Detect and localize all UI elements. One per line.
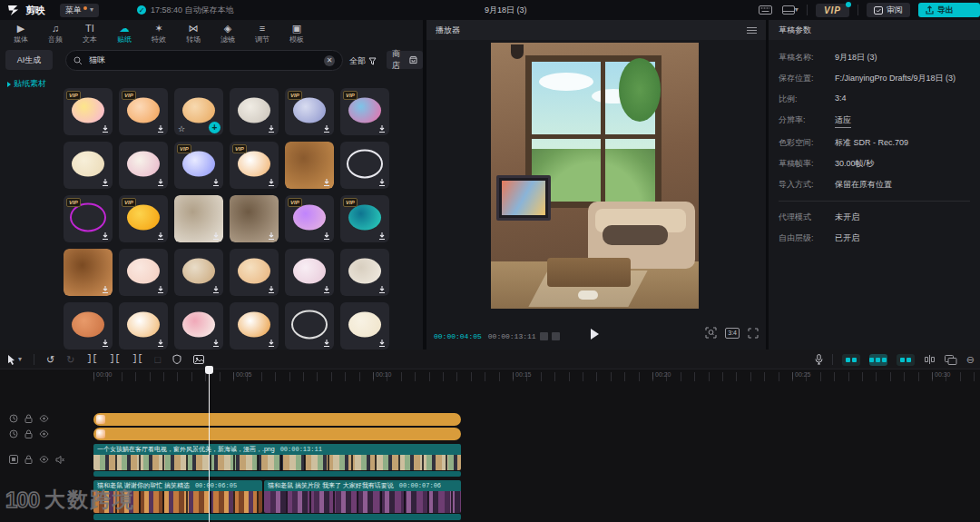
sticker-item[interactable]: ☆+: [174, 88, 223, 135]
sidebar-item-sticker-material[interactable]: 贴纸素材: [7, 78, 46, 90]
download-icon[interactable]: [267, 231, 276, 241]
mirror-preview-icon[interactable]: [552, 332, 560, 340]
toolbar-tab-text[interactable]: TI文本: [73, 23, 107, 44]
preview-axis-icon[interactable]: [924, 354, 936, 365]
linkage-toggle[interactable]: [897, 354, 915, 366]
toggle-visibility-icon[interactable]: [39, 430, 49, 438]
download-icon[interactable]: [101, 285, 110, 294]
preview-image[interactable]: [491, 43, 699, 309]
sticker-item[interactable]: VIP: [119, 195, 168, 242]
favorite-star-icon[interactable]: ☆: [178, 124, 185, 133]
split-button[interactable]: ][: [86, 354, 97, 365]
sticker-item[interactable]: VIP: [64, 88, 113, 135]
timeline-fit-icon[interactable]: [945, 355, 957, 365]
download-icon[interactable]: [211, 285, 220, 294]
download-icon[interactable]: [267, 178, 276, 187]
vip-button[interactable]: VIP: [816, 4, 849, 17]
sticker-item[interactable]: [285, 249, 334, 296]
overlay-clip-2[interactable]: 猫和老鼠 搞笑片段 我来了 大家好我有话要说 00:00:07:06: [264, 480, 461, 513]
sticker-item[interactable]: [285, 302, 334, 350]
record-voiceover-icon[interactable]: [815, 354, 823, 365]
download-icon[interactable]: [267, 339, 276, 348]
main-track-magnet-toggle[interactable]: [842, 354, 860, 366]
download-icon[interactable]: [101, 231, 110, 241]
delete-button[interactable]: □: [155, 354, 162, 365]
download-icon[interactable]: [377, 339, 387, 348]
download-icon[interactable]: [156, 178, 165, 187]
split-left-button[interactable]: ][: [109, 354, 120, 365]
fullscreen-icon[interactable]: [748, 328, 759, 339]
download-icon[interactable]: [322, 231, 331, 241]
sticker-item[interactable]: [230, 88, 279, 135]
render-quality-icon[interactable]: [705, 327, 717, 339]
toolbar-tab-media[interactable]: ▶媒体: [4, 23, 38, 44]
download-icon[interactable]: [377, 231, 387, 241]
timeline-ruler[interactable]: 00:0000:0500:1000:1500:2000:2500:30: [0, 369, 980, 383]
download-icon[interactable]: [101, 124, 110, 133]
sticker-item[interactable]: [230, 195, 279, 242]
main-video-clip[interactable]: 一个女孩躺在客厅看电视，窗外风景优美，新海诚，漫画，.png 00:00:13:…: [93, 444, 461, 470]
hide-track-clock-icon[interactable]: [9, 414, 18, 423]
toolbar-tab-filter[interactable]: ◈滤镜: [211, 23, 245, 44]
mute-track-icon[interactable]: [55, 456, 64, 464]
toolbar-tab-template[interactable]: ▣模板: [279, 23, 314, 44]
download-icon[interactable]: [267, 285, 276, 294]
sticker-item[interactable]: [64, 249, 113, 296]
redo-button[interactable]: ↻: [66, 354, 74, 365]
preview-quality-icon[interactable]: [540, 332, 548, 340]
download-icon[interactable]: [322, 285, 331, 294]
aspect-ratio-button[interactable]: 3:4: [725, 328, 740, 339]
hide-track-clock-icon[interactable]: [9, 429, 18, 438]
download-icon[interactable]: [267, 124, 276, 133]
sticker-item[interactable]: [64, 302, 113, 350]
sticker-item[interactable]: [174, 302, 223, 350]
export-button[interactable]: 导出: [918, 3, 980, 17]
sticker-item[interactable]: [119, 142, 168, 189]
sticker-item[interactable]: [340, 302, 389, 350]
lock-track-icon[interactable]: [24, 414, 33, 423]
sticker-item[interactable]: [119, 249, 168, 296]
download-icon[interactable]: [156, 231, 165, 241]
sticker-item[interactable]: [230, 302, 279, 350]
sticker-item[interactable]: [285, 142, 334, 189]
lock-track-icon[interactable]: [24, 455, 33, 464]
shortcut-keyboard-icon[interactable]: [758, 4, 774, 16]
zoom-out-icon[interactable]: ⊖: [966, 354, 975, 365]
download-icon[interactable]: [322, 124, 331, 133]
download-icon[interactable]: [156, 124, 165, 133]
sticker-item[interactable]: VIP: [230, 142, 279, 189]
sticker-item[interactable]: [340, 249, 389, 296]
shop-button[interactable]: 商店: [387, 51, 423, 69]
download-icon[interactable]: [101, 339, 110, 348]
toolbar-tab-sticker[interactable]: ☁贴纸: [107, 23, 142, 44]
sticker-item[interactable]: VIP: [174, 142, 223, 189]
sticker-search[interactable]: ✕: [65, 50, 343, 71]
sticker-item[interactable]: [64, 142, 113, 189]
split-right-button[interactable]: ][: [132, 354, 142, 365]
player-menu-icon[interactable]: [747, 27, 757, 34]
toolbar-tab-audio[interactable]: ♫音频: [38, 23, 73, 44]
sticker-item[interactable]: VIP: [64, 195, 113, 242]
download-icon[interactable]: [377, 178, 387, 187]
clear-search-icon[interactable]: ✕: [324, 55, 335, 66]
download-icon[interactable]: [156, 339, 165, 348]
sticker-item[interactable]: VIP: [285, 195, 334, 242]
sticker-clip-1[interactable]: [93, 413, 461, 426]
download-icon[interactable]: [211, 231, 220, 241]
filter-all-button[interactable]: 全部: [349, 53, 377, 69]
lock-track-icon[interactable]: [24, 429, 33, 438]
search-input[interactable]: [87, 55, 324, 66]
play-button[interactable]: [591, 329, 599, 340]
mask-button[interactable]: [172, 354, 181, 364]
download-icon[interactable]: [211, 339, 220, 348]
main-clip-audio-strip[interactable]: [93, 471, 461, 477]
export-frame-button[interactable]: [193, 355, 204, 364]
sticker-item[interactable]: VIP: [340, 88, 389, 135]
review-button[interactable]: 审阅: [867, 3, 910, 17]
sticker-item[interactable]: VIP: [119, 88, 168, 135]
download-icon[interactable]: [322, 178, 331, 187]
auto-snap-toggle[interactable]: [869, 354, 887, 366]
sticker-item[interactable]: VIP: [340, 195, 389, 242]
select-tool[interactable]: ▾: [7, 354, 22, 365]
playhead-line[interactable]: [209, 366, 210, 522]
